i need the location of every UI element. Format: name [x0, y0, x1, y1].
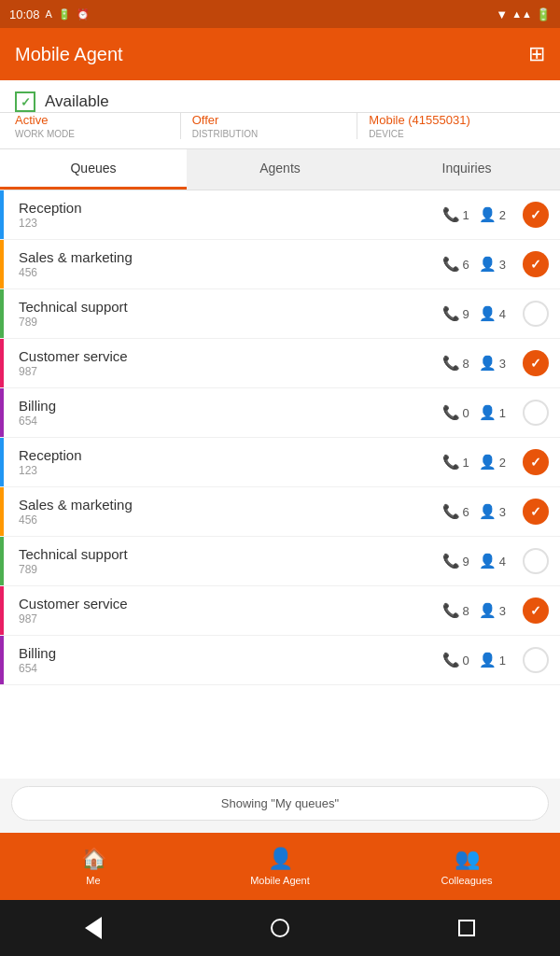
queue-number: 654	[19, 415, 442, 428]
phone-icon: 📞	[442, 602, 460, 619]
wifi-icon: ▼	[496, 7, 508, 21]
agent-icon: 👤	[479, 206, 497, 223]
tab-queues[interactable]: Queues	[0, 149, 187, 190]
agents-count: 3	[499, 357, 506, 371]
queue-stats: 📞 9 👤 4	[442, 301, 549, 327]
queue-number: 456	[19, 266, 442, 279]
agents-stat: 👤 1	[479, 404, 506, 421]
colleagues-icon: 👥	[455, 847, 480, 871]
agents-stat: 👤 4	[479, 553, 506, 569]
nav-colleagues[interactable]: 👥 Colleagues	[373, 833, 560, 900]
status-icon-a: A	[46, 8, 52, 20]
queue-toggle-on[interactable]	[523, 449, 549, 475]
status-bar-left: 10:08 A 🔋 ⏰	[9, 7, 90, 21]
agent-icon: 👤	[479, 454, 497, 471]
queue-toggle-on[interactable]	[523, 598, 549, 624]
queue-number: 123	[19, 464, 442, 477]
queue-name: Reception	[19, 447, 442, 463]
queue-color-bar	[0, 438, 4, 486]
agent-icon: 👤	[479, 652, 497, 668]
queue-stats: 📞 1 👤 2	[442, 449, 549, 475]
tab-agents[interactable]: Agents	[187, 149, 373, 190]
queue-toggle-on[interactable]	[523, 350, 549, 376]
queue-info: Sales & marketing 456	[11, 249, 442, 279]
calls-stat: 📞 1	[442, 454, 469, 471]
queue-info: Reception 123	[11, 200, 442, 230]
queue-number: 456	[19, 513, 442, 527]
calls-count: 0	[463, 406, 469, 420]
queue-stats: 📞 8 👤 3	[442, 598, 549, 624]
me-icon: 🏠	[81, 847, 106, 871]
queue-number: 123	[19, 217, 442, 230]
available-checkbox: ✓	[15, 91, 35, 112]
queue-number: 789	[19, 563, 442, 576]
agent-icon: 👤	[479, 305, 497, 322]
queue-name: Technical support	[19, 299, 442, 315]
queue-info: Billing 654	[11, 398, 442, 428]
queue-toggle-on[interactable]	[523, 251, 549, 277]
queue-stats: 📞 6 👤 3	[442, 251, 549, 277]
queue-toggle-off[interactable]	[523, 647, 549, 673]
queue-color-bar	[0, 289, 4, 338]
queue-color-bar	[0, 537, 4, 585]
calls-stat: 📞 9	[442, 553, 469, 569]
colleagues-label: Colleagues	[441, 875, 492, 886]
queue-name: Billing	[19, 398, 442, 414]
work-mode-offer: Offer DISTRIBUTION	[192, 113, 358, 139]
queue-name: Sales & marketing	[19, 497, 442, 513]
phone-icon: 📞	[442, 652, 460, 668]
agents-count: 3	[499, 505, 506, 519]
calls-count: 8	[463, 357, 469, 371]
queue-toggle-off[interactable]	[523, 548, 549, 574]
bottom-nav: 🏠 Me 👤 Mobile Agent 👥 Colleagues	[0, 833, 560, 900]
queue-number: 987	[19, 365, 442, 378]
queue-name: Customer service	[19, 348, 442, 364]
agents-count: 3	[499, 258, 506, 272]
queue-toggle-on[interactable]	[523, 499, 549, 525]
calls-count: 6	[463, 258, 469, 272]
back-button[interactable]	[75, 909, 112, 947]
queue-toggle-off[interactable]	[523, 301, 549, 327]
back-icon	[85, 917, 102, 939]
calls-count: 9	[463, 555, 469, 569]
calls-stat: 📞 8	[442, 602, 469, 619]
phone-icon: 📞	[442, 553, 460, 569]
agents-count: 1	[499, 406, 506, 420]
battery-full-icon: 🔋	[536, 7, 551, 21]
battery-icon: 🔋	[58, 8, 71, 21]
work-mode-active: Active WORK MODE	[15, 113, 181, 139]
system-nav	[0, 900, 560, 956]
nav-mobile-agent[interactable]: 👤 Mobile Agent	[187, 833, 373, 900]
home-button[interactable]	[261, 909, 299, 947]
calls-stat: 📞 9	[442, 305, 469, 322]
queue-color-bar	[0, 636, 4, 684]
agent-icon: 👤	[479, 602, 497, 619]
agents-stat: 👤 3	[479, 503, 506, 520]
queue-info: Technical support 789	[11, 299, 442, 329]
agents-count: 3	[499, 604, 506, 618]
agent-icon: 👤	[479, 553, 497, 569]
phone-icon: 📞	[442, 404, 460, 421]
calls-count: 9	[463, 307, 469, 321]
queue-toggle-off[interactable]	[523, 400, 549, 426]
nav-me[interactable]: 🏠 Me	[0, 833, 187, 900]
phone-icon: 📞	[442, 355, 460, 372]
queue-color-bar	[0, 339, 4, 387]
work-mode-device: Mobile (41555031) DEVICE	[369, 113, 534, 139]
calls-count: 8	[463, 604, 469, 618]
queue-color-bar	[0, 487, 4, 536]
queue-list: Reception 123 📞 1 👤 2 Sales & marketing …	[0, 190, 560, 779]
offer-value: Offer	[192, 113, 346, 127]
agent-icon: 👤	[479, 355, 497, 372]
showing-bar: Showing "My queues"	[11, 786, 549, 821]
recents-button[interactable]	[448, 909, 485, 947]
queue-color-bar	[0, 190, 4, 239]
agent-icon: 👤	[479, 404, 497, 421]
mobile-agent-label: Mobile Agent	[250, 875, 310, 886]
queue-toggle-on[interactable]	[523, 202, 549, 228]
queue-info: Reception 123	[11, 447, 442, 477]
tab-inquiries[interactable]: Inquiries	[373, 149, 560, 190]
agents-stat: 👤 3	[479, 602, 506, 619]
calls-count: 1	[463, 456, 469, 470]
grid-icon[interactable]: ⊞	[528, 42, 545, 66]
